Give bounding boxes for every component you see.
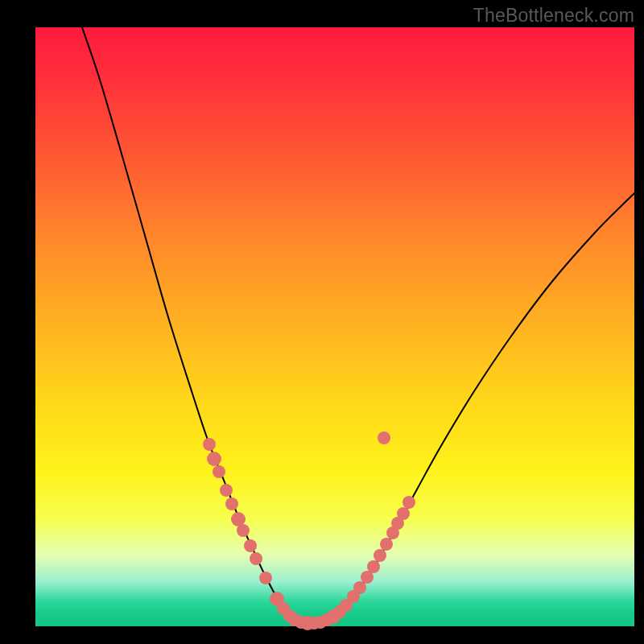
chart-frame: TheBottleneck.com [0,0,644,644]
bottleneck-curve [82,27,634,624]
scatter-marker [220,484,233,497]
scatter-marker [402,496,415,509]
scatter-marker [353,581,366,594]
scatter-marker [237,524,250,537]
scatter-marker [250,552,262,565]
watermark-text: TheBottleneck.com [473,5,634,27]
scatter-marker [380,538,393,551]
curve-svg [35,27,634,626]
scatter-marker [207,452,221,466]
scatter-marker [367,560,380,573]
scatter-marker [397,507,410,520]
scatter-marker [378,431,390,444]
scatter-marker [259,572,272,584]
plot-area [35,27,634,626]
scatter-marker [225,497,238,510]
scatter-marker [203,438,216,451]
scatter-marker [213,465,225,478]
scatter-markers [203,431,415,630]
scatter-marker [374,549,386,562]
scatter-marker [244,539,257,552]
